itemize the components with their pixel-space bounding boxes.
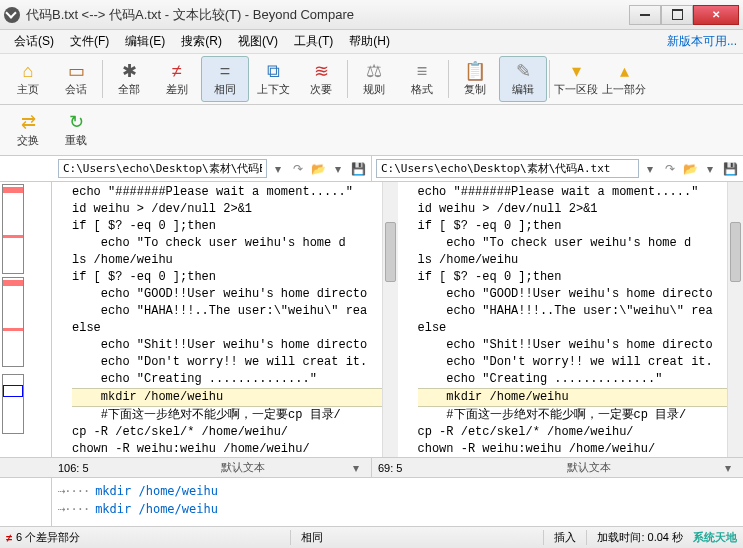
not-equal-icon: ≠ <box>6 532 12 544</box>
format-button[interactable]: ≡格式 <box>398 56 446 102</box>
code-line[interactable]: echo "Don't worry!! we will creat it. <box>72 354 398 371</box>
asterisk-icon: ✱ <box>122 62 137 80</box>
code-line[interactable]: echo "GOOD!!User weihu's home directo <box>418 286 744 303</box>
rules-button[interactable]: ⚖规则 <box>350 56 398 102</box>
left-dropdown-icon[interactable]: ▾ <box>269 160 287 178</box>
code-line[interactable]: echo "To check user weihu's home d <box>72 235 398 252</box>
code-line[interactable]: mkdir /home/weihu <box>418 388 744 407</box>
down-arrow-icon: ▾ <box>572 62 581 80</box>
context-button[interactable]: ⧉上下文 <box>249 56 297 102</box>
right-dropdown2-icon[interactable]: ▾ <box>701 160 719 178</box>
left-dropdown2-icon[interactable]: ▾ <box>329 160 347 178</box>
brand-logo: 系统天地 <box>693 530 737 545</box>
menu-search[interactable]: 搜索(R) <box>173 30 230 53</box>
code-line[interactable]: cp -R /etc/skel/* /home/weihu/ <box>72 424 398 441</box>
left-path-input[interactable] <box>58 159 267 178</box>
code-line[interactable]: chown -R weihu:weihu /home/weihu/ <box>72 441 398 457</box>
equal-icon: = <box>220 62 231 80</box>
right-arrow-icon: ⇢···· <box>58 500 89 518</box>
left-open-icon[interactable]: 📂 <box>309 160 327 178</box>
code-line[interactable]: echo "HAHA!!!..The user:\"weihu\" rea <box>72 303 398 320</box>
home-button[interactable]: ⌂主页 <box>4 56 52 102</box>
diff-detail: ⇢···· mkdir /home/weihu ⇢···· mkdir /hom… <box>0 478 743 530</box>
code-line[interactable]: if [ $? -eq 0 ];then <box>418 218 744 235</box>
copy-button[interactable]: 📋复制 <box>451 56 499 102</box>
left-thumb <box>2 184 24 274</box>
right-path-input[interactable] <box>376 159 639 178</box>
all-button[interactable]: ✱全部 <box>105 56 153 102</box>
menu-edit[interactable]: 编辑(E) <box>117 30 173 53</box>
code-line[interactable]: echo "To check user weihu's home d <box>418 235 744 252</box>
code-line[interactable]: echo "GOOD!!User weihu's home directo <box>72 286 398 303</box>
close-button[interactable] <box>693 5 739 25</box>
code-line[interactable]: echo "Shit!!User weihu's home directo <box>418 337 744 354</box>
left-history-icon[interactable]: ↷ <box>289 160 307 178</box>
left-code-pane[interactable]: echo "#######Please wait a moment....."i… <box>52 182 398 457</box>
menu-tools[interactable]: 工具(T) <box>286 30 341 53</box>
code-line[interactable]: cp -R /etc/skel/* /home/weihu/ <box>418 424 744 441</box>
thumbnail-column[interactable] <box>0 182 52 457</box>
reload-button[interactable]: ↻重载 <box>52 107 100 153</box>
code-line[interactable]: #下面这一步绝对不能少啊，一定要cp 目录/ <box>72 407 398 424</box>
copy-icon: 📋 <box>464 62 486 80</box>
right-arrow-icon: ⇢···· <box>58 482 89 500</box>
diffs-button[interactable]: ≠差别 <box>153 56 201 102</box>
context-icon: ⧉ <box>267 62 280 80</box>
prev-section-button[interactable]: ▴上一部分 <box>600 56 648 102</box>
right-thumb <box>2 277 24 367</box>
code-line[interactable]: id weihu > /dev/null 2>&1 <box>418 201 744 218</box>
left-path-pane: ▾ ↷ 📂 ▾ 💾 <box>0 156 372 181</box>
swap-button[interactable]: ⇄交换 <box>4 107 52 153</box>
code-line[interactable]: echo "#######Please wait a moment....." <box>72 184 398 201</box>
edit-button[interactable]: ✎编辑 <box>499 56 547 102</box>
right-scrollbar[interactable] <box>727 182 743 457</box>
right-save-icon[interactable]: 💾 <box>721 160 739 178</box>
left-format-dropdown[interactable]: ▾ <box>347 459 365 477</box>
left-save-icon[interactable]: 💾 <box>349 160 367 178</box>
right-open-icon[interactable]: 📂 <box>681 160 699 178</box>
right-code-pane[interactable]: echo "#######Please wait a moment....."i… <box>398 182 744 457</box>
code-line[interactable]: chown -R weihu:weihu /home/weihu/ <box>418 441 744 457</box>
pane-status: 106: 5 默认文本 ▾ 69: 5 默认文本 ▾ <box>0 458 743 478</box>
right-path-pane: ▾ ↷ 📂 ▾ 💾 <box>372 156 743 181</box>
session-button[interactable]: ▭会话 <box>52 56 100 102</box>
up-arrow-icon: ▴ <box>620 62 629 80</box>
menu-session[interactable]: 会话(S) <box>6 30 62 53</box>
right-dropdown-icon[interactable]: ▾ <box>641 160 659 178</box>
viewport-thumb <box>2 374 24 434</box>
maximize-button[interactable] <box>661 5 693 25</box>
code-line[interactable]: ls /home/weihu <box>72 252 398 269</box>
diff-line-1: ⇢···· mkdir /home/weihu <box>58 482 737 500</box>
code-line[interactable]: echo "HAHA!!!..The user:\"weihu\" rea <box>418 303 744 320</box>
left-format: 默认文本 <box>138 460 347 475</box>
same-button[interactable]: =相同 <box>201 56 249 102</box>
menu-view[interactable]: 视图(V) <box>230 30 286 53</box>
code-line[interactable]: echo "Creating .............." <box>72 371 398 388</box>
status-same: 相同 <box>290 530 333 545</box>
format-icon: ≡ <box>417 62 428 80</box>
code-line[interactable]: else <box>418 320 744 337</box>
menu-help[interactable]: 帮助(H) <box>341 30 398 53</box>
code-line[interactable]: echo "Creating .............." <box>418 371 744 388</box>
minimize-button[interactable] <box>629 5 661 25</box>
code-line[interactable]: ls /home/weihu <box>418 252 744 269</box>
reload-icon: ↻ <box>69 113 84 131</box>
left-scrollbar[interactable] <box>382 182 398 457</box>
menu-file[interactable]: 文件(F) <box>62 30 117 53</box>
code-line[interactable]: echo "#######Please wait a moment....." <box>418 184 744 201</box>
code-line[interactable]: if [ $? -eq 0 ];then <box>72 269 398 286</box>
code-line[interactable]: echo "Shit!!User weihu's home directo <box>72 337 398 354</box>
code-line[interactable]: if [ $? -eq 0 ];then <box>72 218 398 235</box>
code-line[interactable]: mkdir /home/weihu <box>72 388 398 407</box>
code-line[interactable]: id weihu > /dev/null 2>&1 <box>72 201 398 218</box>
status-loadtime: 加载时间: 0.04 秒 <box>586 530 693 545</box>
minor-button[interactable]: ≋次要 <box>297 56 345 102</box>
next-section-button[interactable]: ▾下一区段 <box>552 56 600 102</box>
right-format-dropdown[interactable]: ▾ <box>719 459 737 477</box>
code-line[interactable]: else <box>72 320 398 337</box>
code-line[interactable]: echo "Don't worry!! we will creat it. <box>418 354 744 371</box>
code-line[interactable]: #下面这一步绝对不能少啊，一定要cp 目录/ <box>418 407 744 424</box>
code-line[interactable]: if [ $? -eq 0 ];then <box>418 269 744 286</box>
new-version-link[interactable]: 新版本可用... <box>667 33 737 50</box>
right-history-icon[interactable]: ↷ <box>661 160 679 178</box>
